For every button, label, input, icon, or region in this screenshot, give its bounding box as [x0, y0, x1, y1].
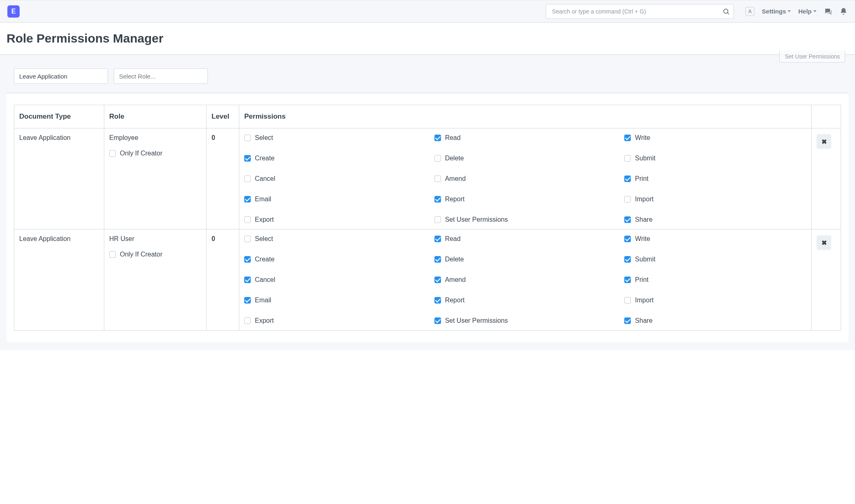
help-menu[interactable]: Help	[798, 8, 817, 15]
top-navbar: E A Settings Help	[0, 0, 855, 22]
permission-checkbox[interactable]	[434, 135, 441, 141]
doctype-filter-input[interactable]	[14, 68, 108, 84]
permission-checkbox[interactable]	[624, 135, 631, 141]
filter-row	[7, 64, 848, 93]
permission-checkbox[interactable]	[434, 155, 441, 162]
only-if-creator-checkbox[interactable]	[109, 251, 116, 258]
role-filter-input[interactable]	[114, 68, 208, 84]
permissions-panel: Document Type Role Level Permissions Lea…	[7, 93, 848, 342]
app-logo-letter: E	[11, 8, 16, 15]
permission-label: Set User Permissions	[445, 317, 508, 324]
permission-label: Create	[255, 256, 274, 263]
permission-label: Delete	[445, 155, 464, 162]
permission-checkbox[interactable]	[624, 176, 631, 182]
permission-label: Print	[635, 276, 648, 284]
bell-icon[interactable]	[839, 7, 848, 16]
permission-checkbox[interactable]	[434, 236, 441, 242]
cell-permissions: SelectReadWriteCreateDeleteSubmitCancelA…	[239, 230, 812, 331]
settings-menu[interactable]: Settings	[762, 8, 791, 15]
permission-checkbox[interactable]	[434, 297, 441, 304]
permission-option[interactable]: Write	[624, 134, 806, 142]
permission-option[interactable]: Read	[434, 235, 616, 243]
permission-checkbox[interactable]	[244, 176, 251, 182]
permission-checkbox[interactable]	[624, 196, 631, 202]
permission-option[interactable]: Print	[624, 276, 806, 284]
permission-checkbox[interactable]	[434, 317, 441, 324]
permission-option[interactable]: Delete	[434, 256, 616, 263]
permission-checkbox[interactable]	[624, 317, 631, 324]
permission-checkbox[interactable]	[624, 297, 631, 304]
permission-option[interactable]: Share	[624, 216, 806, 223]
user-avatar[interactable]: A	[745, 7, 754, 16]
search-icon[interactable]	[722, 8, 730, 15]
permission-option[interactable]: Create	[244, 256, 426, 263]
permission-checkbox[interactable]	[624, 236, 631, 242]
permission-option[interactable]: Print	[624, 175, 806, 182]
permission-label: Cancel	[255, 175, 275, 182]
permission-label: Report	[445, 196, 465, 203]
permission-checkbox[interactable]	[624, 216, 631, 223]
permission-label: Cancel	[255, 276, 275, 284]
only-if-creator-option[interactable]: Only If Creator	[109, 150, 201, 157]
permission-option[interactable]: Create	[244, 155, 426, 162]
permission-option[interactable]: Export	[244, 216, 426, 223]
only-if-creator-option[interactable]: Only If Creator	[109, 251, 201, 258]
permission-option[interactable]: Import	[624, 196, 806, 203]
only-if-creator-checkbox[interactable]	[109, 150, 116, 157]
permission-option[interactable]: Submit	[624, 155, 806, 162]
permission-option[interactable]: Email	[244, 196, 426, 203]
settings-label: Settings	[762, 8, 786, 15]
permission-checkbox[interactable]	[624, 155, 631, 162]
permission-checkbox[interactable]	[434, 277, 441, 283]
permission-option[interactable]: Email	[244, 297, 426, 304]
permission-option[interactable]: Select	[244, 134, 426, 142]
permission-checkbox[interactable]	[244, 317, 251, 324]
app-logo[interactable]: E	[7, 5, 20, 18]
permission-checkbox[interactable]	[244, 216, 251, 223]
permission-label: Report	[445, 297, 465, 304]
permission-checkbox[interactable]	[434, 256, 441, 263]
permission-option[interactable]: Report	[434, 196, 616, 203]
permission-option[interactable]: Select	[244, 235, 426, 243]
delete-row-button[interactable]: ✖	[817, 235, 831, 250]
permission-checkbox[interactable]	[244, 236, 251, 242]
permission-checkbox[interactable]	[244, 196, 251, 202]
permission-checkbox[interactable]	[624, 277, 631, 283]
permission-label: Import	[635, 196, 653, 203]
permission-checkbox[interactable]	[624, 256, 631, 263]
delete-row-button[interactable]: ✖	[817, 134, 831, 149]
permission-option[interactable]: Set User Permissions	[434, 317, 616, 324]
permission-option[interactable]: Write	[624, 235, 806, 243]
permission-option[interactable]: Set User Permissions	[434, 216, 616, 223]
svg-point-0	[724, 9, 728, 14]
permission-option[interactable]: Cancel	[244, 276, 426, 284]
permission-checkbox[interactable]	[244, 155, 251, 162]
role-name: Employee	[109, 134, 201, 142]
permission-checkbox[interactable]	[244, 297, 251, 304]
permission-option[interactable]: Delete	[434, 155, 616, 162]
permission-option[interactable]: Report	[434, 297, 616, 304]
permission-option[interactable]: Export	[244, 317, 426, 324]
col-header-role: Role	[104, 105, 207, 128]
permission-checkbox[interactable]	[434, 196, 441, 202]
permission-checkbox[interactable]	[434, 216, 441, 223]
permission-label: Amend	[445, 276, 466, 284]
search-input[interactable]	[546, 4, 734, 19]
permission-label: Import	[635, 297, 653, 304]
set-user-permissions-button[interactable]: Set User Permissions	[779, 51, 845, 63]
permission-checkbox[interactable]	[244, 256, 251, 263]
permission-checkbox[interactable]	[434, 176, 441, 182]
permission-option[interactable]: Cancel	[244, 175, 426, 182]
permission-label: Select	[255, 235, 273, 243]
permission-checkbox[interactable]	[244, 135, 251, 141]
permission-checkbox[interactable]	[244, 277, 251, 283]
permission-option[interactable]: Amend	[434, 276, 616, 284]
permission-label: Export	[255, 216, 274, 223]
chat-icon[interactable]	[824, 7, 832, 16]
permission-option[interactable]: Amend	[434, 175, 616, 182]
avatar-letter: A	[748, 9, 752, 14]
permission-option[interactable]: Read	[434, 134, 616, 142]
permission-option[interactable]: Share	[624, 317, 806, 324]
permission-option[interactable]: Submit	[624, 256, 806, 263]
permission-option[interactable]: Import	[624, 297, 806, 304]
